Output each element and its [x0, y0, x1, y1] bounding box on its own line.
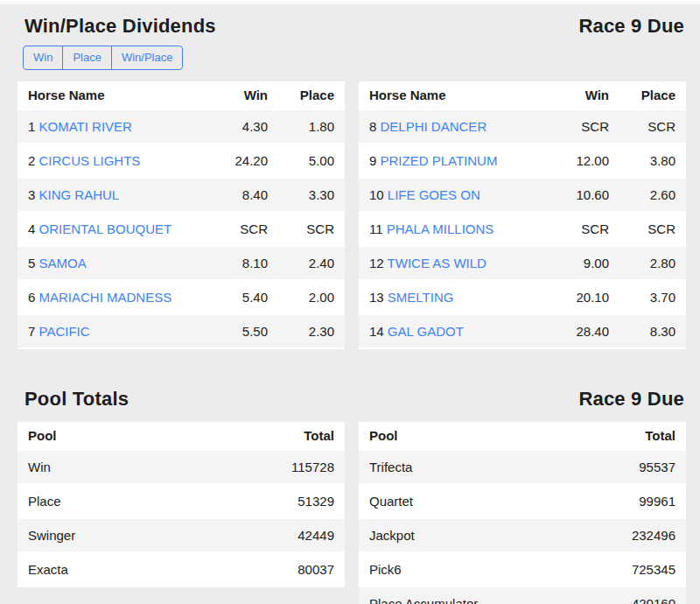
horse-number: 3 — [28, 187, 35, 202]
horse-name-link[interactable]: SMELTING — [388, 290, 454, 305]
horse-row: 13 SMELTING 20.10 3.70 — [359, 280, 686, 314]
horse-row: 4 ORIENTAL BOUQUET SCR SCR — [18, 212, 345, 246]
pool-row: Exacta 80037 — [18, 552, 345, 586]
horse-name-link[interactable]: GAL GADOT — [388, 324, 464, 339]
win-dividend: SCR — [553, 212, 620, 246]
dividends-section-header: Win/Place Dividends Race 9 Due — [18, 15, 686, 38]
race-status-dividends: Race 9 Due — [578, 15, 684, 38]
table-header-row: Horse Name Win Place — [18, 81, 345, 109]
table-header-row: Pool Total — [18, 422, 345, 450]
win-dividend: 5.40 — [212, 280, 278, 314]
win-dividend: 4.30 — [212, 109, 278, 144]
pool-row: Quartet 99961 — [359, 484, 686, 518]
place-dividend: SCR — [620, 212, 686, 246]
pools-section-header: Pool Totals Race 9 Due — [18, 388, 686, 411]
col-pool: Pool — [359, 422, 620, 450]
pool-total: 51329 — [278, 484, 345, 518]
horse-row: 3 KING RAHUL 8.40 3.30 — [18, 178, 345, 212]
win-dividend: 28.40 — [553, 314, 620, 348]
table-header-row: Horse Name Win Place — [359, 81, 686, 109]
horse-number: 11 — [369, 221, 383, 236]
pool-row: Trifecta 95537 — [359, 450, 686, 484]
win-dividend: 20.10 — [553, 280, 620, 314]
filter-place-button[interactable]: Place — [62, 46, 112, 70]
col-win: Win — [212, 81, 278, 109]
horse-name-link[interactable]: DELPHI DANCER — [381, 119, 487, 134]
pool-name: Pick6 — [359, 552, 620, 586]
col-win: Win — [553, 81, 620, 109]
place-dividend: 3.80 — [620, 144, 686, 178]
win-dividend: 5.50 — [212, 314, 278, 348]
pool-total: 99961 — [620, 484, 686, 518]
place-dividend: 1.80 — [278, 109, 345, 144]
win-dividend: 9.00 — [553, 246, 620, 280]
horse-name-link[interactable]: PACIFIC — [39, 324, 90, 339]
horse-name-link[interactable]: LIFE GOES ON — [388, 187, 480, 202]
place-dividend: 2.30 — [278, 314, 345, 348]
pools-tables: Pool Total Win 115728 Place 51329 Swinge… — [18, 422, 686, 604]
pool-name: Quartet — [359, 484, 620, 518]
horse-name-link[interactable]: ORIENTAL BOUQUET — [39, 221, 172, 236]
horse-number: 9 — [369, 153, 376, 168]
pools-table-left: Pool Total Win 115728 Place 51329 Swinge… — [18, 422, 345, 587]
dividends-table-right: Horse Name Win Place 8 DELPHI DANCER SCR… — [359, 81, 686, 349]
horse-number: 4 — [28, 221, 35, 236]
filter-win-button[interactable]: Win — [23, 46, 63, 70]
horse-name-link[interactable]: SAMOA — [39, 256, 87, 270]
pools-table-right: Pool Total Trifecta 95537 Quartet 99961 … — [359, 422, 686, 604]
place-dividend: 8.30 — [620, 314, 686, 348]
win-dividend: SCR — [212, 212, 278, 246]
win-dividend: 24.20 — [212, 144, 278, 178]
horse-number: 14 — [369, 324, 384, 339]
horse-row: 9 PRIZED PLATINUM 12.00 3.80 — [359, 144, 686, 178]
horse-name-link[interactable]: PRIZED PLATINUM — [381, 153, 498, 168]
dividends-table-left: Horse Name Win Place 1 KOMATI RIVER 4.30… — [18, 81, 345, 349]
pool-row: Pick6 725345 — [359, 552, 686, 586]
horse-number: 13 — [369, 290, 384, 305]
pool-row: Place 51329 — [18, 484, 345, 518]
horse-number: 6 — [28, 290, 35, 305]
horse-row: 14 GAL GADOT 28.40 8.30 — [359, 314, 686, 348]
col-place: Place — [620, 81, 686, 109]
pool-row: Swinger 42449 — [18, 518, 345, 552]
pools-title: Pool Totals — [24, 388, 129, 411]
win-dividend: 8.40 — [212, 178, 278, 212]
pool-name: Exacta — [18, 552, 278, 586]
horse-row: 7 PACIFIC 5.50 2.30 — [18, 314, 345, 348]
col-total: Total — [620, 422, 686, 450]
pool-name: Place Accumulator — [359, 586, 620, 604]
horse-name-link[interactable]: PHALA MILLIONS — [387, 221, 494, 236]
win-dividend: SCR — [553, 109, 620, 144]
pool-name: Win — [18, 450, 278, 484]
pool-total: 42449 — [278, 518, 345, 552]
pool-row: Place Accumulator 420160 — [359, 586, 686, 604]
horse-number: 5 — [28, 256, 35, 270]
horse-name-link[interactable]: KING RAHUL — [39, 187, 120, 202]
horse-row: 8 DELPHI DANCER SCR SCR — [359, 109, 686, 144]
horse-name-link[interactable]: MARIACHI MADNESS — [39, 290, 172, 305]
win-dividend: 10.60 — [553, 178, 620, 212]
place-dividend: 2.40 — [278, 246, 345, 280]
horse-name-link[interactable]: CIRCUS LIGHTS — [39, 153, 141, 168]
table-header-row: Pool Total — [359, 422, 686, 450]
pool-total: 420160 — [620, 586, 686, 604]
place-dividend: 3.30 — [278, 178, 345, 212]
page-container: Win/Place Dividends Race 9 Due Win Place… — [0, 4, 700, 604]
pool-row: Jackpot 232496 — [359, 518, 686, 552]
horse-name-link[interactable]: KOMATI RIVER — [39, 119, 132, 134]
horse-row: 5 SAMOA 8.10 2.40 — [18, 246, 345, 280]
horse-name-link[interactable]: TWICE AS WILD — [388, 256, 486, 270]
col-horse-name: Horse Name — [18, 81, 212, 109]
horse-row: 10 LIFE GOES ON 10.60 2.60 — [359, 178, 686, 212]
pool-name: Place — [18, 484, 278, 518]
horse-row: 1 KOMATI RIVER 4.30 1.80 — [18, 109, 345, 144]
pool-name: Trifecta — [359, 450, 620, 484]
col-total: Total — [278, 422, 345, 450]
horse-row: 11 PHALA MILLIONS SCR SCR — [359, 212, 686, 246]
filter-winplace-button[interactable]: Win/Place — [111, 46, 184, 70]
horse-number: 12 — [369, 256, 384, 270]
col-place: Place — [278, 81, 345, 109]
win-dividend: 12.00 — [553, 144, 620, 178]
win-dividend: 8.10 — [212, 246, 278, 280]
horse-number: 2 — [28, 153, 35, 168]
